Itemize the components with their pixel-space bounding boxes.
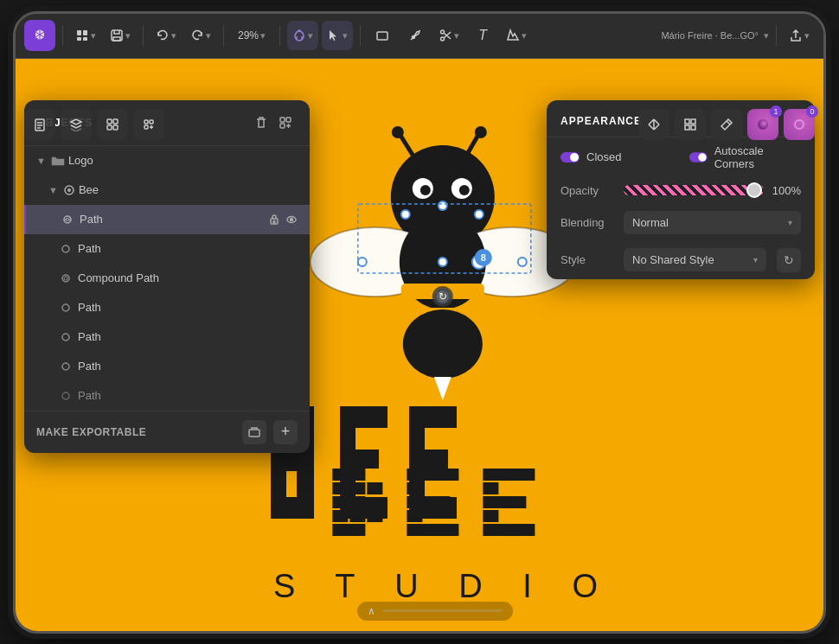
svg-point-83 [62, 334, 69, 341]
grid-view-btn[interactable] [675, 109, 706, 140]
snap-btn[interactable]: ▾ [287, 21, 318, 50]
select-arrow-btn[interactable]: ▾ [322, 21, 353, 50]
style-value: No Shared Style [632, 253, 714, 266]
exportable-label: MAKE EXPORTABLE [36, 426, 235, 438]
layers-btn[interactable] [61, 109, 92, 140]
tree-label-path4: Path [78, 330, 298, 343]
transform-btn[interactable] [638, 109, 669, 140]
svg-rect-15 [150, 120, 153, 124]
tree-label-bee: Bee [79, 183, 298, 196]
svg-rect-11 [113, 119, 118, 124]
file-menu-btn[interactable]: ▾ [70, 21, 101, 50]
svg-rect-68 [409, 497, 457, 519]
scissors-btn[interactable]: ▾ [433, 21, 464, 50]
svg-point-85 [62, 392, 69, 399]
redo-btn[interactable]: ▾ [185, 21, 216, 50]
eye-icon[interactable] [285, 214, 298, 226]
divider-1 [62, 25, 63, 46]
text-tool-btn[interactable]: T [468, 21, 497, 50]
blending-select[interactable]: Normal ▾ [624, 211, 801, 234]
tree-item-logo[interactable]: ▼ Logo [24, 146, 310, 175]
path-icon-2 [61, 244, 71, 254]
svg-point-47 [439, 258, 447, 266]
tree-item-bee[interactable]: ▼ Bee [24, 175, 310, 205]
tree-label-logo: Logo [68, 154, 298, 167]
svg-point-21 [758, 119, 768, 130]
pen-tool-btn[interactable] [400, 21, 430, 50]
svg-point-31 [459, 185, 470, 195]
studio-text: S T U D I O [273, 568, 613, 605]
border-btn[interactable]: 0 [784, 109, 815, 140]
svg-point-40 [403, 309, 483, 379]
svg-point-42 [439, 201, 447, 210]
svg-rect-58 [271, 497, 314, 519]
svg-rect-2 [77, 37, 81, 41]
share-btn[interactable]: ▾ [784, 21, 815, 50]
save-btn[interactable]: ▾ [105, 21, 136, 50]
insert-btn[interactable]: ▾ [501, 21, 532, 50]
style-select[interactable]: No Shared Style ▾ [624, 248, 766, 271]
components-btn[interactable] [133, 109, 164, 140]
group-icon [63, 184, 75, 196]
lock-icon[interactable] [268, 214, 280, 226]
pages-btn[interactable] [24, 109, 55, 140]
style-refresh-btn[interactable]: ↻ [777, 248, 801, 272]
svg-rect-0 [77, 30, 81, 35]
fill-btn[interactable]: 1 [747, 109, 778, 140]
opacity-slider[interactable] [624, 185, 764, 195]
logo-chevron: ▼ [36, 156, 46, 166]
tree-item-path4[interactable]: Path [24, 322, 310, 352]
path-icon-3 [61, 303, 71, 313]
autoscale-toggle-group[interactable]: Autoscale Corners [689, 144, 801, 170]
tree-item-path6[interactable]: Path [24, 381, 310, 411]
tree-label-compound: Compound Path [78, 271, 298, 284]
style-arrow: ▾ [753, 255, 758, 265]
opacity-row: Opacity 100% [547, 177, 815, 204]
svg-point-22 [795, 120, 804, 129]
opacity-thumb[interactable] [746, 182, 762, 198]
objects-panel: OBJECTS ▼ Logo ▼ Bee Path [24, 100, 310, 453]
tree-label-path2: Path [78, 242, 298, 255]
svg-point-43 [401, 210, 410, 219]
svg-point-45 [358, 258, 367, 266]
undo-btn[interactable]: ▾ [151, 21, 182, 50]
svg-rect-63 [340, 450, 379, 469]
zoom-btn[interactable]: 29% ▾ [231, 21, 272, 50]
svg-point-90 [698, 153, 706, 161]
divider-3 [223, 25, 224, 46]
svg-rect-10 [107, 119, 112, 124]
bee-pixel-text [271, 406, 617, 545]
svg-point-73 [67, 188, 71, 192]
svg-point-80 [62, 275, 69, 282]
svg-rect-86 [249, 430, 259, 437]
folder-icon [51, 155, 65, 167]
svg-rect-60 [297, 471, 314, 497]
svg-rect-1 [83, 30, 87, 35]
scroll-indicator[interactable]: ∧ [357, 602, 513, 621]
blending-value: Normal [632, 216, 669, 229]
tree-item-path1[interactable]: Path [24, 205, 310, 234]
svg-rect-5 [377, 32, 387, 40]
app-icon-btn[interactable] [24, 20, 55, 51]
autoscale-toggle[interactable] [689, 152, 708, 163]
svg-point-76 [273, 220, 275, 222]
assets-btn[interactable] [97, 109, 128, 140]
tree-item-path3[interactable]: Path [24, 293, 310, 322]
svg-marker-41 [434, 377, 452, 400]
closed-toggle-group[interactable]: Closed [560, 150, 672, 163]
paint-btn[interactable] [711, 109, 742, 140]
svg-point-30 [420, 185, 431, 195]
tree-item-compound[interactable]: Compound Path [24, 264, 310, 293]
tree-item-path2[interactable]: Path [24, 234, 310, 264]
rect-tool-btn[interactable] [368, 21, 397, 50]
zoom-value: 29% [238, 29, 259, 41]
blending-label: Blending [560, 216, 617, 229]
svg-point-44 [475, 210, 484, 219]
closed-toggle[interactable] [560, 152, 580, 163]
svg-point-81 [64, 277, 67, 280]
divider-4 [279, 25, 280, 46]
add-exportable-btn[interactable]: + [273, 420, 298, 444]
tree-item-path5[interactable]: Path [24, 352, 310, 381]
export-mode-btn[interactable] [242, 420, 266, 444]
divider-2 [143, 25, 144, 46]
